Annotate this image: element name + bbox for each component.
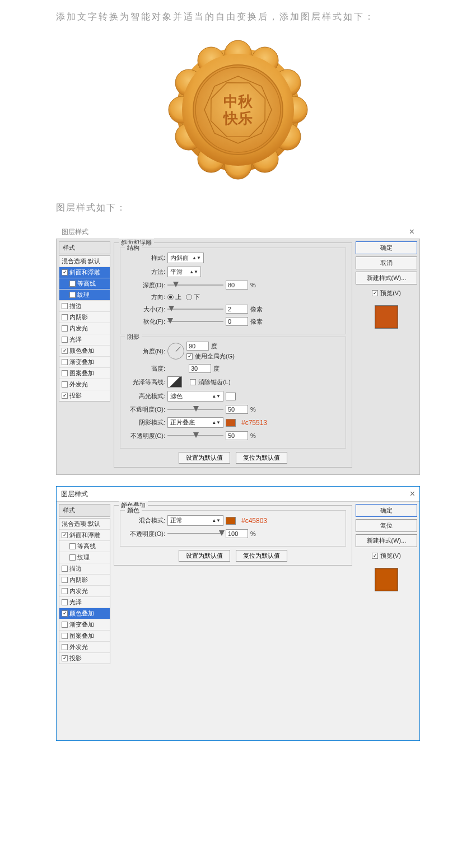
- effect-checkbox[interactable]: [62, 370, 68, 376]
- altitude-label: 高度:: [126, 365, 165, 373]
- effect-row[interactable]: 内发光: [59, 586, 110, 597]
- shadow-opacity-input[interactable]: 50: [226, 431, 248, 440]
- effect-checkbox[interactable]: [62, 622, 68, 628]
- effect-row[interactable]: 渐变叠加: [59, 357, 110, 368]
- effect-row[interactable]: 外发光: [59, 379, 110, 390]
- effect-checkbox[interactable]: [62, 314, 68, 320]
- blend-mode-select[interactable]: 正常▲▼: [167, 515, 223, 526]
- new-style-button[interactable]: 新建样式(W)...: [356, 272, 417, 284]
- effect-checkbox[interactable]: [62, 566, 68, 572]
- shadow-color-swatch[interactable]: [226, 419, 236, 427]
- effect-checkbox[interactable]: [62, 348, 68, 354]
- highlight-opacity-slider[interactable]: [167, 405, 223, 413]
- technique-select[interactable]: 平滑▲▼: [167, 267, 201, 277]
- effect-checkbox[interactable]: [62, 588, 68, 594]
- effect-row[interactable]: 描边: [59, 563, 110, 575]
- effect-row[interactable]: 光泽: [59, 334, 110, 346]
- effect-row[interactable]: 斜面和浮雕: [59, 267, 110, 278]
- effect-row[interactable]: 图案叠加: [59, 631, 110, 642]
- blending-options-row[interactable]: 混合选项:默认: [59, 256, 110, 267]
- effect-checkbox[interactable]: [62, 393, 68, 399]
- effect-row[interactable]: 纹理: [59, 552, 110, 563]
- right-panel: 确定 取消 新建样式(W)... 预览(V): [356, 241, 417, 334]
- cancel-button[interactable]: 取消: [356, 256, 417, 269]
- effect-row[interactable]: 外发光: [59, 642, 110, 653]
- shadow-opacity-slider[interactable]: [167, 432, 223, 440]
- make-default-button[interactable]: 设置为默认值: [179, 550, 230, 562]
- effect-row[interactable]: 颜色叠加: [59, 346, 110, 357]
- effect-row[interactable]: 图案叠加: [59, 368, 110, 379]
- effect-checkbox[interactable]: [69, 543, 76, 549]
- style-select[interactable]: 内斜面▲▼: [167, 253, 204, 263]
- effect-row[interactable]: 内阴影: [59, 312, 110, 323]
- effect-checkbox[interactable]: [62, 303, 68, 309]
- effect-checkbox[interactable]: [62, 325, 68, 332]
- effect-checkbox[interactable]: [62, 644, 68, 650]
- highlight-mode-select[interactable]: 滤色▲▼: [167, 391, 223, 402]
- size-slider[interactable]: [167, 305, 223, 313]
- antialias-checkbox[interactable]: [190, 379, 196, 385]
- highlight-opacity-input[interactable]: 50: [226, 405, 248, 414]
- depth-input[interactable]: 80: [226, 281, 248, 290]
- effect-label: 颜色叠加: [69, 347, 94, 355]
- reset-default-button[interactable]: 复位为默认值: [236, 550, 287, 562]
- color-title: 颜色: [125, 506, 142, 515]
- effect-checkbox[interactable]: [62, 599, 68, 605]
- size-input[interactable]: 2: [226, 305, 248, 314]
- effect-checkbox[interactable]: [62, 359, 68, 365]
- angle-dial[interactable]: [167, 343, 184, 360]
- soften-input[interactable]: 0: [226, 317, 248, 326]
- effect-row[interactable]: 纹理: [59, 290, 110, 301]
- effect-row[interactable]: 投影: [59, 653, 110, 664]
- global-light-checkbox[interactable]: [186, 353, 193, 360]
- direction-up-radio[interactable]: 上: [167, 293, 181, 301]
- effect-row[interactable]: 内发光: [59, 323, 110, 334]
- effect-row[interactable]: 光泽: [59, 597, 110, 608]
- effect-checkbox[interactable]: [69, 281, 76, 287]
- effect-checkbox[interactable]: [62, 633, 68, 639]
- effect-checkbox[interactable]: [62, 532, 68, 538]
- effect-checkbox[interactable]: [62, 655, 68, 661]
- effect-row[interactable]: 投影: [59, 390, 110, 401]
- highlight-color-swatch[interactable]: [226, 393, 236, 400]
- altitude-input[interactable]: 30: [189, 364, 211, 373]
- close-icon[interactable]: ×: [409, 227, 414, 237]
- ok-button[interactable]: 确定: [356, 504, 417, 517]
- close-icon[interactable]: ×: [410, 489, 415, 499]
- reset-default-button[interactable]: 复位为默认值: [236, 452, 287, 464]
- preview-checkbox[interactable]: [372, 290, 378, 296]
- opacity-input[interactable]: 100: [226, 529, 248, 538]
- effect-row[interactable]: 颜色叠加: [59, 608, 110, 619]
- depth-slider[interactable]: [167, 281, 223, 289]
- make-default-button[interactable]: 设置为默认值: [179, 452, 230, 464]
- direction-down-radio[interactable]: 下: [186, 293, 200, 301]
- effect-label: 图案叠加: [69, 369, 94, 377]
- cancel-button[interactable]: 复位: [356, 519, 417, 532]
- gloss-contour-picker[interactable]: [167, 376, 182, 388]
- blending-options-row[interactable]: 混合选项:默认: [59, 519, 110, 530]
- effect-label: 光泽: [69, 598, 82, 606]
- overlay-color-swatch[interactable]: [226, 517, 236, 525]
- effect-checkbox[interactable]: [62, 610, 68, 617]
- effect-checkbox[interactable]: [62, 337, 68, 343]
- effect-row[interactable]: 斜面和浮雕: [59, 530, 110, 541]
- size-label: 大小(Z):: [126, 305, 165, 314]
- soften-slider[interactable]: [167, 318, 223, 325]
- effect-row[interactable]: 渐变叠加: [59, 619, 110, 631]
- effect-checkbox[interactable]: [62, 269, 68, 276]
- effect-row[interactable]: 内阴影: [59, 575, 110, 586]
- effect-row[interactable]: 等高线: [59, 278, 110, 290]
- effect-row[interactable]: 描边: [59, 301, 110, 312]
- new-style-button[interactable]: 新建样式(W)...: [356, 534, 417, 547]
- preview-checkbox[interactable]: [372, 553, 378, 559]
- effect-checkbox[interactable]: [62, 577, 68, 583]
- effect-checkbox[interactable]: [62, 381, 68, 388]
- effect-checkbox[interactable]: [69, 292, 76, 298]
- effect-label: 颜色叠加: [69, 609, 94, 618]
- effect-row[interactable]: 等高线: [59, 541, 110, 552]
- effect-checkbox[interactable]: [69, 554, 76, 561]
- opacity-slider[interactable]: [167, 530, 223, 538]
- ok-button[interactable]: 确定: [356, 241, 417, 254]
- shadow-mode-select[interactable]: 正片叠底▲▼: [167, 417, 223, 428]
- angle-input[interactable]: 90: [186, 342, 209, 351]
